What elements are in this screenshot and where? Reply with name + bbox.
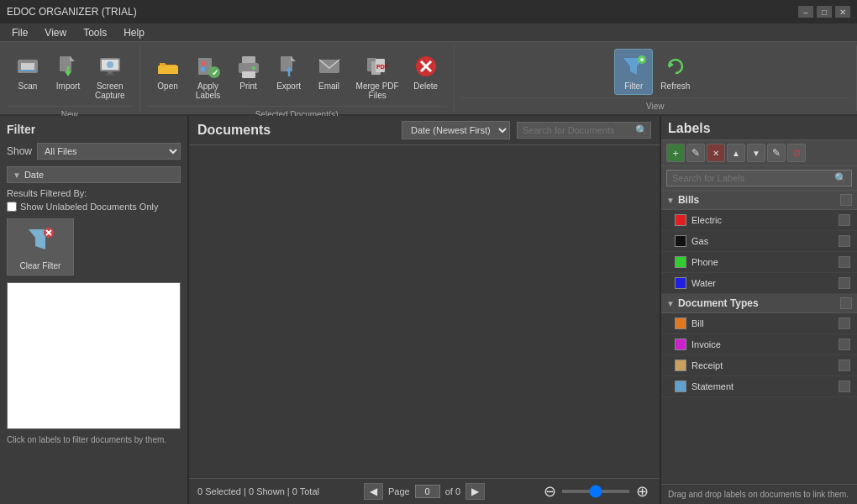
receipt-label-name: Receipt	[691, 360, 833, 370]
move-down-label-button[interactable]: ▼	[747, 144, 765, 162]
phone-color	[675, 256, 686, 268]
invoice-color	[675, 339, 686, 350]
open-button[interactable]: Open	[149, 49, 187, 95]
menu-view[interactable]: View	[36, 25, 75, 40]
show-unlabeled-label: Show Unlabeled Documents Only	[20, 202, 158, 212]
label-item-receipt[interactable]: Receipt	[661, 355, 857, 376]
label-category-bills-header[interactable]: ▼ Bills	[661, 191, 857, 210]
zoom-in-button[interactable]: ⊕	[633, 482, 651, 501]
apply-labels-button[interactable]: ✓ Apply Labels	[189, 49, 228, 104]
email-icon	[316, 53, 343, 80]
title-bar: EDOC ORGANIZER (TRIAL) – □ ✕	[0, 0, 857, 24]
label-item-bill[interactable]: Bill	[661, 313, 857, 334]
window-controls: – □ ✕	[798, 6, 850, 18]
print-button[interactable]: Print	[229, 49, 268, 95]
delete-label: Delete	[413, 81, 438, 91]
receipt-checkbox[interactable]	[839, 360, 850, 371]
screen-capture-label: Screen Capture	[95, 81, 125, 100]
gas-color	[675, 235, 686, 247]
menu-help[interactable]: Help	[115, 25, 153, 40]
labels-search-input[interactable]	[666, 170, 852, 186]
filter-panel: Filter Show All Files Documents Images ▼…	[0, 116, 189, 504]
labels-hint: Drag and drop labels on documents to lin…	[661, 484, 857, 504]
phone-checkbox[interactable]	[839, 256, 850, 268]
prev-page-button[interactable]: ◀	[364, 483, 383, 500]
label-item-statement[interactable]: Statement	[661, 376, 857, 397]
scan-icon	[14, 53, 41, 80]
label-item-invoice[interactable]: Invoice	[661, 334, 857, 355]
zoom-out-button[interactable]: ⊖	[540, 482, 559, 501]
document-preview	[7, 282, 181, 429]
filter-show-select[interactable]: All Files Documents Images	[37, 143, 181, 160]
filter-button[interactable]: Filter	[614, 49, 653, 95]
document-types-category-name: Document Types	[678, 297, 837, 309]
water-checkbox[interactable]	[839, 277, 850, 289]
date-filter[interactable]: ▼ Date	[7, 166, 181, 183]
search-documents-input[interactable]	[517, 122, 651, 139]
add-label-button[interactable]: +	[666, 144, 685, 162]
open-icon	[155, 53, 181, 80]
svg-marker-6	[65, 71, 71, 76]
zoom-slider[interactable]	[562, 490, 629, 493]
ribbon-section-view: Filter Refresh View	[455, 45, 857, 111]
minimize-button[interactable]: –	[798, 6, 813, 18]
screen-capture-button[interactable]: Screen Capture	[89, 49, 131, 104]
ribbon-new-buttons: Scan Import Screen Capture	[7, 45, 133, 106]
apply-labels-icon: ✓	[195, 53, 222, 80]
label-category-document-types-header[interactable]: ▼ Document Types	[661, 294, 857, 313]
scan-button[interactable]: Scan	[8, 49, 47, 95]
menu-file[interactable]: File	[3, 25, 36, 40]
document-types-collapse-arrow: ▼	[666, 299, 675, 308]
svg-text:✓: ✓	[212, 68, 218, 77]
bills-category-checkbox[interactable]	[840, 194, 852, 206]
page-input[interactable]	[415, 485, 440, 498]
label-item-gas[interactable]: Gas	[661, 231, 857, 252]
date-filter-label: Date	[24, 170, 44, 180]
merge-pdf-button[interactable]: PDF Merge PDF Files	[350, 49, 405, 104]
maximize-button[interactable]: □	[817, 6, 832, 18]
svg-marker-23	[291, 56, 296, 61]
disable-label-button[interactable]: ⊘	[787, 144, 806, 162]
receipt-color	[675, 360, 686, 371]
bill-label-name: Bill	[691, 318, 833, 328]
delete-button[interactable]: Delete	[407, 49, 445, 95]
statement-checkbox[interactable]	[839, 381, 850, 392]
label-item-water[interactable]: Water	[661, 273, 857, 294]
bill-checkbox[interactable]	[839, 318, 850, 329]
merge-pdf-icon: PDF	[364, 53, 391, 80]
close-button[interactable]: ✕	[835, 6, 850, 18]
filter-hint: Click on labels to filter documents by t…	[7, 434, 181, 445]
gas-checkbox[interactable]	[839, 235, 850, 247]
filter-label: Filter	[624, 81, 643, 91]
export-button[interactable]: Export	[270, 49, 308, 95]
menu-tools[interactable]: Tools	[75, 25, 115, 40]
documents-footer: 0 Selected | 0 Shown | 0 Total ◀ Page of…	[189, 478, 660, 504]
delete-label-button[interactable]: ✕	[707, 144, 725, 162]
clear-filter-button[interactable]: Clear Filter	[7, 218, 74, 276]
invoice-checkbox[interactable]	[839, 339, 850, 350]
show-unlabeled-checkbox[interactable]	[7, 202, 17, 212]
email-button[interactable]: Email	[310, 49, 349, 95]
electric-checkbox[interactable]	[839, 214, 850, 226]
label-item-phone[interactable]: Phone	[661, 252, 857, 273]
next-page-button[interactable]: ▶	[465, 483, 485, 500]
move-up-label-button[interactable]: ▲	[727, 144, 745, 162]
search-documents-icon: 🔍	[635, 124, 648, 136]
title-text: EDOC ORGANIZER (TRIAL)	[7, 6, 137, 18]
ribbon-section-docs: Open ✓ Apply Labels Print Export	[140, 45, 455, 111]
ribbon-docs-buttons: Open ✓ Apply Labels Print Export	[147, 45, 447, 106]
print-icon	[235, 53, 262, 80]
label-item-electric[interactable]: Electric	[661, 210, 857, 231]
screen-capture-icon	[97, 53, 124, 80]
labels-list: ▼ Bills Electric Gas Phone	[661, 191, 857, 484]
svg-rect-10	[105, 74, 115, 76]
search-docs-wrap: 🔍	[517, 122, 651, 139]
import-button[interactable]: Import	[49, 49, 87, 95]
svg-rect-3	[60, 56, 71, 71]
svg-rect-2	[19, 70, 36, 71]
edit2-label-button[interactable]: ✎	[767, 144, 786, 162]
sort-select[interactable]: Date (Newest First) Date (Oldest First) …	[402, 121, 510, 139]
document-types-category-checkbox[interactable]	[840, 297, 852, 309]
refresh-button[interactable]: Refresh	[655, 49, 696, 95]
edit-label-button[interactable]: ✎	[686, 144, 705, 162]
